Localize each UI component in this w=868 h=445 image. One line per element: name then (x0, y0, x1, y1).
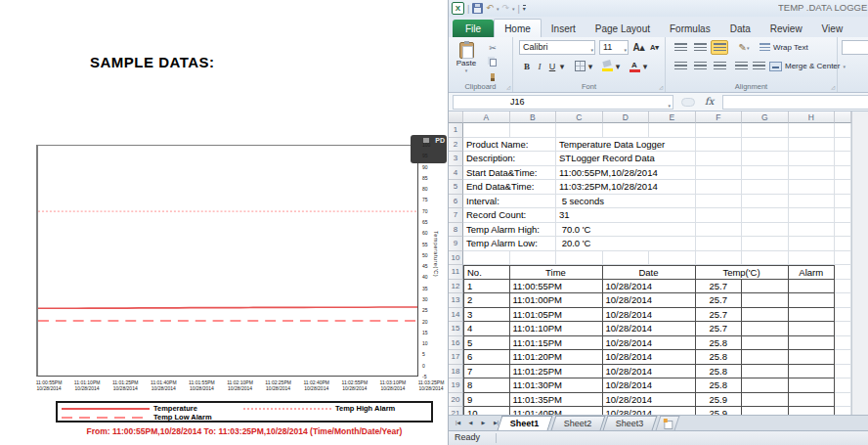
grid-cell[interactable]: 10/28/2014 (603, 393, 696, 408)
grid-cell[interactable] (789, 350, 836, 365)
grid-cell[interactable]: Temp Alarm High: (463, 223, 556, 238)
grid-cell[interactable] (742, 350, 789, 365)
grid-cell[interactable]: Temp Alarm Low: (463, 237, 556, 251)
grid-cell[interactable] (696, 237, 743, 251)
pd-overlay[interactable]: PD (411, 135, 447, 163)
grid-cell[interactable] (789, 365, 836, 379)
grid-cell[interactable]: 25.9 (696, 393, 743, 408)
grid-cell[interactable] (742, 166, 789, 181)
grid-cell[interactable] (742, 195, 789, 209)
grid-cell[interactable] (835, 237, 851, 251)
grid-cell[interactable] (835, 308, 851, 323)
grid-cell[interactable]: 10/28/2014 (603, 336, 696, 351)
font-color-dropdown-icon[interactable]: ▾ (641, 59, 649, 73)
vertical-scrollbar[interactable] (851, 111, 868, 415)
grid-cell[interactable]: Description: (463, 152, 556, 166)
grid-cell[interactable] (742, 251, 789, 266)
row-header-3[interactable]: 3 (449, 152, 463, 166)
column-header-e[interactable]: E (649, 111, 696, 123)
grid-cell[interactable]: 3 (463, 308, 510, 323)
row-header-18[interactable]: 18 (449, 365, 463, 379)
redo-icon[interactable]: ↷ (501, 3, 509, 14)
grid-cell[interactable] (835, 152, 851, 166)
row-header-7[interactable]: 7 (449, 208, 463, 223)
grid-cell[interactable] (510, 251, 557, 266)
grid-cell[interactable]: 10 (463, 407, 510, 415)
grid-cell[interactable] (742, 223, 789, 238)
next-sheet-icon[interactable]: ▶ (478, 418, 489, 428)
grid-cell[interactable] (556, 251, 603, 266)
grid-cell[interactable] (742, 237, 789, 251)
grid-cell[interactable] (835, 280, 851, 294)
align-bottom-button[interactable] (711, 40, 728, 55)
orientation-button[interactable]: ✎▾ (732, 40, 756, 55)
shrink-font-button[interactable]: A▾ (647, 40, 662, 55)
wrap-text-button[interactable]: Wrap Text (760, 40, 808, 55)
font-size-dropdown-icon[interactable]: ▾ (624, 44, 627, 57)
column-header-c[interactable]: C (556, 111, 603, 123)
grid-cell[interactable]: Start Data&Time: (463, 166, 556, 181)
grid-cell[interactable] (742, 180, 789, 195)
row-header-12[interactable]: 12 (449, 280, 463, 294)
grid-cell[interactable]: 10/28/2014 (603, 322, 696, 336)
column-header-b[interactable]: B (510, 111, 557, 123)
grid-cell[interactable] (789, 195, 836, 209)
grid-cell[interactable] (789, 152, 836, 166)
row-header-9[interactable]: 9 (449, 237, 463, 251)
grid-cell[interactable] (742, 322, 789, 336)
save-icon[interactable] (472, 3, 483, 14)
ribbon-tab-home[interactable]: Home (494, 19, 542, 37)
grid-cell[interactable] (835, 407, 851, 415)
align-middle-button[interactable] (691, 40, 709, 55)
grid-cell[interactable] (696, 223, 743, 238)
row-header-17[interactable]: 17 (449, 350, 463, 365)
grid-cell[interactable] (742, 280, 789, 294)
font-color-button[interactable]: A (627, 59, 642, 73)
grid-cell[interactable] (789, 407, 836, 415)
sheet-tab-sheet1[interactable]: Sheet1 (498, 416, 552, 430)
row-header-6[interactable]: 6 (449, 195, 463, 209)
grid-cell[interactable]: 11:01:00PM (510, 293, 603, 308)
align-right-button[interactable] (711, 59, 728, 73)
bold-button[interactable]: B (521, 59, 533, 73)
row-header-5[interactable]: 5 (449, 180, 463, 195)
grid-cell[interactable]: 11:01:25PM (510, 365, 603, 379)
grid-cell[interactable] (835, 180, 851, 195)
grid-cell[interactable] (835, 393, 851, 408)
grid-cell[interactable]: 25.8 (696, 378, 743, 393)
grid-cell[interactable] (742, 308, 789, 323)
grid-cell[interactable] (649, 123, 696, 138)
ribbon-tab-formulas[interactable]: Formulas (660, 20, 720, 38)
row-header-16[interactable]: 16 (449, 336, 463, 351)
grid-cell[interactable] (789, 378, 836, 393)
column-header-g[interactable]: G (742, 111, 789, 123)
row-header-15[interactable]: 15 (449, 322, 463, 336)
grid-cell[interactable]: 11:01:10PM (510, 322, 603, 336)
copy-button[interactable] (485, 56, 500, 68)
grid-cell[interactable] (556, 123, 603, 138)
grid-cell[interactable] (742, 293, 789, 308)
grid-cell[interactable]: 11:01:05PM (510, 308, 603, 323)
grid-cell[interactable] (789, 251, 836, 266)
row-header-10[interactable]: 10 (449, 251, 463, 266)
grid-cell[interactable]: STLogger Record Data (556, 152, 696, 166)
grid-cell[interactable] (603, 123, 650, 138)
grid-cell[interactable]: 11:00:55PM,10/28/2014 (556, 166, 696, 181)
grid-cell[interactable] (742, 336, 789, 351)
ribbon-tab-review[interactable]: Review (760, 20, 812, 38)
prev-sheet-icon[interactable]: ◀ (465, 418, 476, 428)
grid-cell[interactable]: 10/28/2014 (603, 365, 696, 379)
grid-cell[interactable]: 11:01:15PM (510, 336, 603, 351)
grid-cell[interactable] (789, 138, 836, 153)
row-header-8[interactable]: 8 (449, 223, 463, 238)
grid-cell[interactable] (696, 152, 743, 166)
select-all-corner[interactable] (449, 111, 463, 123)
grid-cell[interactable] (835, 322, 851, 336)
grid-cell[interactable] (742, 123, 789, 138)
undo-icon[interactable]: ↶ (486, 3, 494, 14)
grid-cell[interactable]: No. (463, 265, 510, 280)
formula-input[interactable] (722, 95, 868, 110)
grid-cell[interactable] (789, 336, 836, 351)
formula-bar-splitter[interactable] (681, 98, 695, 107)
excel-logo-icon[interactable]: X (452, 2, 464, 15)
